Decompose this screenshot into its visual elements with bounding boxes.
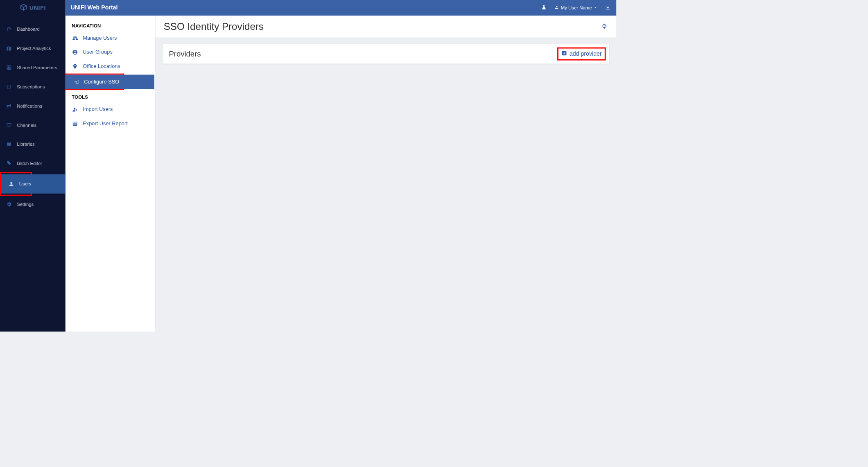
bookmark-icon [6,84,12,90]
gear-icon [6,201,12,207]
circle-user-icon [72,49,78,55]
main-content: SSO Identity Providers Providers add pro… [156,16,616,332]
sidebar-nav: Dashboard Project Analytics Shared Param… [0,20,66,214]
sidebar-item-label: Project Analytics [17,46,51,51]
subnav-manage-users[interactable]: Manage Users [66,31,155,45]
speedometer-icon [6,27,12,32]
subnav-user-groups[interactable]: User Groups [66,45,155,59]
table-icon [72,121,78,126]
sidebar-item-label: Libraries [17,142,35,147]
sidebar-item-label: Channels [17,123,36,128]
sidebar-item-label: Settings [17,202,34,207]
plus-square-icon [561,50,567,58]
cube-icon [19,3,27,13]
topbar: UNIFI Web Portal My User Name [66,0,616,16]
sidebar-item-label: Shared Parameters [17,65,57,70]
sidebar-item-notifications[interactable]: Notifications [0,97,66,116]
pin-icon [72,63,78,69]
user-menu[interactable]: My User Name [554,5,597,11]
users-icon [72,35,78,41]
add-provider-label: add provider [570,51,602,57]
sidebar-item-label: Batch Editor [17,161,42,166]
sidebar-item-channels[interactable]: Channels [0,116,66,135]
sidebar-item-label: Notifications [17,104,42,109]
sidebar-item-subscriptions[interactable]: Subscriptions [0,77,66,97]
map-icon [6,45,12,51]
subnav-item-label: User Groups [83,49,112,55]
subnav-item-label: Export User Report [83,121,127,127]
brand-name: UNIFI [29,5,46,11]
add-provider-button[interactable]: add provider [561,50,602,58]
flask-icon[interactable] [541,4,547,11]
page-header: SSO Identity Providers [156,16,616,38]
sidebar-item-shared-parameters[interactable]: Shared Parameters [0,58,66,77]
subnav-item-label: Office Locations [83,63,120,70]
refresh-icon[interactable] [601,22,608,31]
sidebar-item-dashboard[interactable]: Dashboard [0,20,66,39]
sidebar-item-project-analytics[interactable]: Project Analytics [0,39,66,58]
panel-title: Providers [169,50,201,59]
subnav-item-label: Manage Users [83,35,117,41]
subnav-office-locations[interactable]: Office Locations [66,59,155,74]
secondary-nav: NAVIGATION Manage Users User Groups Offi… [66,16,156,332]
sidebar-item-label: Dashboard [17,27,40,32]
subnav-item-label: Import Users [83,106,113,113]
user-plus-icon [72,106,78,112]
primary-sidebar: UNIFI Dashboard Project Analytics Shared… [0,0,66,332]
bullhorn-icon [6,103,12,109]
portal-title: UNIFI Web Portal [71,5,118,11]
user-icon [554,5,559,11]
page-title: SSO Identity Providers [164,21,264,32]
download-icon[interactable] [605,4,611,11]
user-icon [8,181,15,187]
sidebar-item-label: Subscriptions [17,84,45,90]
sidebar-item-users[interactable]: Users [1,174,67,194]
subnav-import-users[interactable]: Import Users [66,102,155,117]
sidebar-item-batch-editor[interactable]: Batch Editor [0,154,66,173]
subnav-heading-tools: TOOLS [66,95,155,102]
arrow-login-icon [73,79,79,85]
grid-icon [6,65,12,70]
brand-logo[interactable]: UNIFI [0,0,66,16]
subnav-configure-sso[interactable]: Configure SSO [66,74,154,89]
chevron-down-icon [594,5,597,10]
sidebar-item-libraries[interactable]: Libraries [0,135,66,154]
book-icon [6,142,12,147]
sidebar-item-settings[interactable]: Settings [0,195,66,214]
providers-panel: Providers add provider [163,44,609,64]
subnav-heading-navigation: NAVIGATION [66,23,155,31]
monitor-icon [6,122,12,128]
sidebar-item-label: Users [19,181,32,187]
user-name: My User Name [561,5,592,10]
subnav-export-user-report[interactable]: Export User Report [66,117,155,131]
tag-icon [6,161,12,167]
subnav-item-label: Configure SSO [84,79,119,85]
